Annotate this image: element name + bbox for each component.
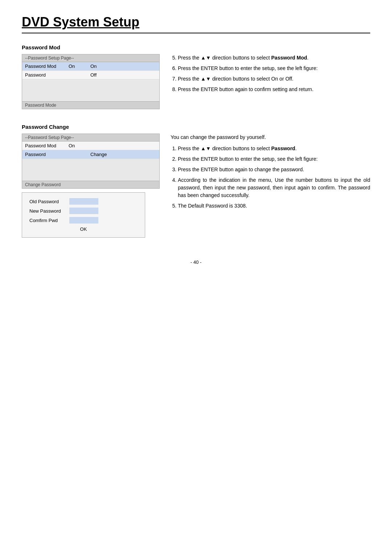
- ok-button[interactable]: OK: [29, 226, 138, 232]
- confirm-pwd-row: Comfirm Pwd: [29, 217, 138, 224]
- page-title: DVD System Setup: [22, 15, 370, 33]
- change-instruction-4: According to the indication in the menu,…: [178, 176, 370, 199]
- password-change-content: --Password Setup Page-- Password Mod On …: [22, 134, 370, 238]
- password-form: Old Password New Password Comfirm Pwd OK: [22, 192, 145, 238]
- menu-row-password-mod-2: Password Mod On: [22, 142, 159, 150]
- menu-spacer-2: [22, 159, 159, 181]
- menu-col2-sel-2: Change: [90, 152, 156, 157]
- instruction-6: Press the ENTER button to enter the setu…: [178, 65, 370, 72]
- change-intro: You can change the password by yourself.: [171, 134, 370, 141]
- confirm-pwd-label: Comfirm Pwd: [29, 218, 69, 223]
- menu-col-label-2: Password: [25, 72, 69, 78]
- menu-footer-1: Password Mode: [22, 101, 159, 109]
- old-password-row: Old Password: [29, 198, 138, 205]
- password-change-left: --Password Setup Page-- Password Mod On …: [22, 134, 160, 238]
- menu-col-val-2: [69, 72, 90, 78]
- menu-col-sel-2: Off: [90, 72, 156, 78]
- change-instruction-1: Press the ▲▼ direction buttons to select…: [178, 145, 370, 152]
- menu-row-password-mod: Password Mod On On: [22, 62, 159, 71]
- menu-col2-sel-1: [90, 143, 156, 148]
- menu-header-1: --Password Setup Page--: [22, 54, 159, 62]
- page-number: - 40 -: [22, 259, 370, 265]
- menu-col2-val-1: On: [69, 143, 90, 148]
- password-change-instructions: You can change the password by yourself.…: [171, 134, 370, 238]
- password-mod-menu: --Password Setup Page-- Password Mod On …: [22, 54, 160, 109]
- menu-col-label-1: Password Mod: [25, 64, 69, 69]
- menu-col2-val-2: [69, 152, 90, 157]
- old-password-input[interactable]: [69, 198, 98, 205]
- change-instruction-5: The Default Password is 3308.: [178, 202, 370, 210]
- password-mod-content: --Password Setup Page-- Password Mod On …: [22, 54, 370, 113]
- menu-spacer-1: [22, 79, 159, 101]
- menu-row-password-2: Password Change: [22, 150, 159, 159]
- menu-col-val-1: On: [69, 64, 90, 69]
- menu-col-sel-1: On: [90, 64, 156, 69]
- change-instruction-2: Press the ENTER button to enter the setu…: [178, 155, 370, 163]
- menu-col2-label-2: Password: [25, 152, 69, 157]
- old-password-label: Old Password: [29, 199, 69, 204]
- menu-header-2: --Password Setup Page--: [22, 134, 159, 142]
- menu-footer-2: Change Password: [22, 181, 159, 188]
- password-change-menu: --Password Setup Page-- Password Mod On …: [22, 134, 160, 189]
- change-instruction-3: Press the ENTER button again to change t…: [178, 166, 370, 173]
- instruction-7: Press the ▲▼ direction buttons to select…: [178, 75, 370, 83]
- instruction-8: Press the ENTER button again to confirm …: [178, 86, 370, 93]
- password-change-heading: Password Change: [22, 124, 370, 130]
- confirm-pwd-input[interactable]: [69, 217, 98, 224]
- password-change-section: Password Change --Password Setup Page-- …: [22, 124, 370, 238]
- password-mod-section: Password Mod --Password Setup Page-- Pas…: [22, 44, 370, 113]
- new-password-input[interactable]: [69, 208, 98, 214]
- new-password-label: New Password: [29, 208, 69, 214]
- instruction-5: Press the ▲▼ direction buttons to select…: [178, 54, 370, 62]
- password-mod-left: --Password Setup Page-- Password Mod On …: [22, 54, 160, 113]
- password-mod-instructions: Press the ▲▼ direction buttons to select…: [171, 54, 370, 113]
- menu-row-password-1: Password Off: [22, 71, 159, 79]
- new-password-row: New Password: [29, 208, 138, 214]
- password-mod-heading: Password Mod: [22, 44, 370, 50]
- menu-col2-label-1: Password Mod: [25, 143, 69, 148]
